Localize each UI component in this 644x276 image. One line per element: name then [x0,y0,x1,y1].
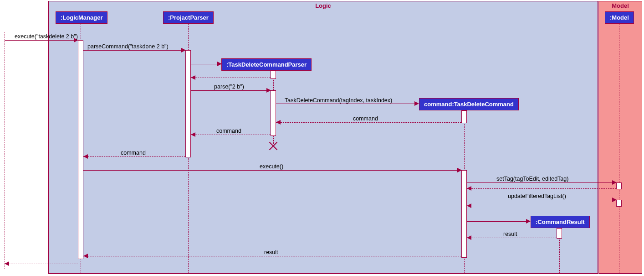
model-box-title: Model [612,2,629,9]
model-activation-1 [616,182,622,189]
msg-execute: execute() [260,163,283,170]
msg-settag: setTag(tagToEdit, editedTag) [496,176,568,182]
tdcp-activation-1 [271,71,276,79]
m5-arrow [276,120,281,125]
m5-line [276,122,461,123]
tdcp-activation-2 [271,90,276,136]
create-cr-line [467,221,530,222]
m7-arrow [83,154,88,159]
m10-ret-line [467,206,616,206]
msg-result-1: result [503,231,517,237]
m3-arrow [266,88,271,93]
task-delete-command-parser-participant: :TaskDeleteCommandParser [221,58,312,71]
m4-arrow [414,101,419,106]
create-tdcp-line [191,64,221,64]
m1-line [5,40,77,41]
m8-arrow [457,168,462,172]
m7-line [83,156,185,157]
logic-box-title: Logic [315,2,331,9]
msg-taskdeletecommand: TaskDeleteCommand(tagIndex, taskIndex) [285,97,392,104]
m2-arrow [181,48,186,52]
m6-arrow [191,132,195,137]
model-box: Model [598,1,642,274]
m9-ret-line [467,188,616,189]
model-participant: :Model [605,11,634,24]
ret-tdcp-arrow [191,75,195,80]
msg-command-3: command [121,150,146,156]
m11-line [467,238,557,238]
model-lifeline [619,24,619,274]
ret-tdcp-line [191,78,271,78]
msg-result-2: result [264,249,278,255]
m12-arrow [83,254,88,258]
msg-command-1: command [353,115,378,122]
projact-parser-activation [185,50,191,157]
model-activation-2 [616,200,622,207]
projact-parser-participant: :ProjactParser [163,11,214,24]
m3-line [191,90,271,91]
m6-line [191,135,271,135]
msg-updatefilteredtaglist: updateFilteredTagList() [508,193,566,199]
command-result-participant: :CommandResult [531,216,590,228]
msg-parse: parse("2 b") [214,83,244,90]
logic-manager-activation [78,40,83,259]
logic-manager-participant: :LogicManager [56,11,107,24]
m4-line [276,104,418,104]
m9-arrow [612,180,617,185]
m8-line [83,170,461,171]
m9-line [467,182,616,183]
m10-arrow [612,198,617,202]
m12-line [83,256,461,256]
tdc-activation-1 [461,110,467,123]
task-delete-command-participant: command:TaskDeleteCommand [419,98,519,110]
ret-external-arrow [5,261,9,266]
m2-line [83,50,185,51]
m9-ret-arrow [467,186,471,191]
m10-line [467,200,616,200]
msg-execute-taskdelete: execute("taskdelete 2 b") [15,33,78,40]
sequence-diagram: Logic Model :LogicManager :ProjactParser… [0,0,644,276]
tdc-activation-2 [461,170,467,258]
msg-parsecommand: parseCommand("taskdone 2 b") [87,43,169,50]
cr-activation [557,228,562,239]
external-lifeline [5,32,5,269]
ret-external-line [5,264,78,264]
m11-arrow [467,235,471,240]
msg-command-2: command [216,128,241,134]
m10-ret-arrow [467,203,471,208]
create-cr-arrow [526,219,531,224]
tdcp-destroy-icon [269,141,278,151]
